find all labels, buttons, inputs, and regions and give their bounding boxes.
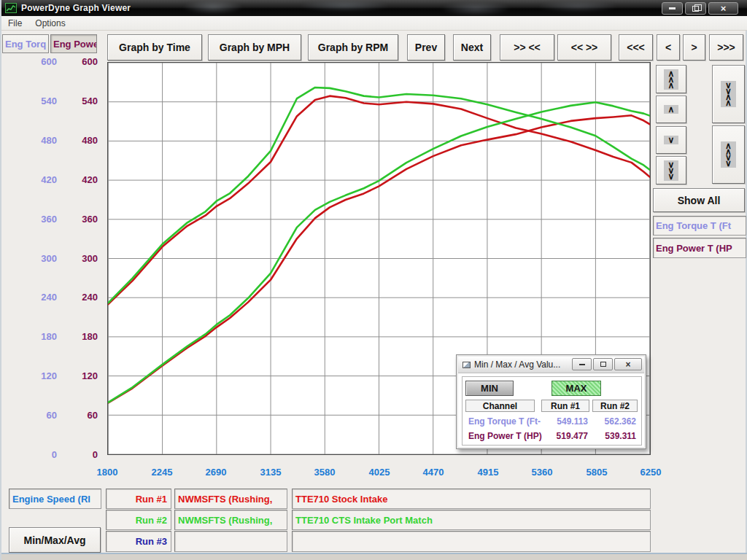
graph-by-mph-button[interactable]: Graph by MPH: [208, 34, 301, 61]
power-run2-max: 539.311: [592, 431, 636, 441]
torque-tick-60: 60: [16, 410, 57, 421]
zoom-in-button[interactable]: >> <<: [500, 34, 554, 61]
y-zoom-compress-button[interactable]: ∨∨∧∧: [712, 65, 745, 123]
run3-note-box: [292, 531, 651, 552]
window-bottom-edge: [1, 553, 747, 560]
show-all-button[interactable]: Show All: [653, 188, 745, 212]
minmax-avg-button[interactable]: Min/Max/Avg: [9, 527, 101, 553]
run1-label-box: Run #1: [106, 489, 171, 509]
title-bar[interactable]: PowerDyne Graph Viewer ×: [1, 0, 747, 16]
power-channel-box[interactable]: Eng Power T (HP: [653, 238, 746, 258]
rpm-tick-1800: 1800: [97, 467, 118, 478]
chevron-up-icon: ∧: [664, 105, 679, 114]
torque-tick-120: 120: [16, 370, 57, 381]
graph-by-rpm-button[interactable]: Graph by RPM: [308, 34, 398, 61]
power-axis-button[interactable]: Eng Powe: [50, 34, 97, 53]
run1-note-box: TTE710 Stock Intake: [292, 489, 651, 509]
app-icon: [5, 3, 17, 13]
min-toggle-button[interactable]: MIN: [465, 381, 514, 396]
chevrons-up-triple-icon: ∧∧∧: [664, 69, 679, 90]
rpm-tick-3580: 3580: [314, 467, 336, 478]
run2-file-box: NWMSFTS (Rushing,: [174, 510, 287, 530]
torque-channel-box[interactable]: Eng Torque T (Ft: [653, 216, 746, 236]
rpm-tick-6250: 6250: [640, 467, 662, 478]
power-tick-540: 540: [57, 96, 98, 106]
power-tick-0: 0: [57, 449, 98, 460]
x-channel-box[interactable]: Engine Speed (RI: [9, 489, 101, 509]
scroll-left-button[interactable]: <: [657, 34, 680, 61]
torque-tick-420: 420: [16, 174, 57, 185]
rpm-tick-2690: 2690: [206, 467, 227, 478]
torque-run1-max: 549.113: [544, 416, 588, 427]
power-tick-360: 360: [57, 214, 98, 225]
y-scroll-up-button[interactable]: ∧: [656, 96, 686, 123]
minmax-window-icon: [462, 362, 471, 368]
run2-note-box: TTE710 CTS Intake Port Match: [292, 510, 651, 530]
power-row-label: Eng Power T (HP): [468, 431, 542, 441]
minmax-restore-button[interactable]: [593, 358, 613, 370]
torque-tick-360: 360: [16, 214, 57, 225]
power-tick-240: 240: [57, 292, 98, 303]
torque-tick-300: 300: [16, 253, 57, 264]
minmax-title-bar[interactable]: Min / Max / Avg Valu... ×: [458, 357, 644, 373]
y-scroll-down-fast-button[interactable]: ∨∨∨: [656, 156, 686, 184]
menu-options[interactable]: Options: [28, 17, 71, 30]
chevrons-expand-icon: ∧∧∨∨: [721, 141, 736, 168]
power-tick-420: 420: [57, 174, 98, 185]
prev-button[interactable]: Prev: [407, 34, 445, 61]
max-toggle-button[interactable]: MAX: [551, 381, 601, 396]
close-button[interactable]: ×: [708, 2, 738, 15]
chevrons-compress-icon: ∨∨∧∧: [721, 81, 736, 107]
minimize-button[interactable]: [662, 2, 683, 15]
powerdyne-window: PowerDyne Graph Viewer × File Options En…: [0, 0, 747, 560]
y-scroll-down-button[interactable]: ∨: [656, 126, 686, 154]
minmax-window-title: Min / Max / Avg Valu...: [474, 359, 568, 370]
power-tick-300: 300: [57, 253, 98, 264]
power-tick-120: 120: [57, 370, 98, 381]
run1-column-header: Run #1: [541, 400, 589, 412]
y-scroll-up-fast-button[interactable]: ∧∧∧: [656, 65, 686, 93]
run2-column-header: Run #2: [592, 400, 638, 412]
menu-file[interactable]: File: [1, 17, 28, 30]
minmax-close-button[interactable]: ×: [614, 358, 642, 370]
aero-glass-reflection: [125, 0, 636, 16]
power-tick-480: 480: [57, 135, 98, 146]
rpm-tick-3135: 3135: [260, 467, 282, 478]
run3-label-box: Run #3: [106, 531, 171, 552]
close-icon: ×: [721, 4, 727, 13]
channel-column-header: Channel: [465, 400, 535, 412]
next-button[interactable]: Next: [453, 34, 491, 61]
rpm-tick-5360: 5360: [532, 467, 553, 478]
scroll-first-button[interactable]: <<<: [619, 34, 653, 61]
run3-file-box: [174, 531, 287, 552]
minmax-values-window: Min / Max / Avg Valu... × MIN MAX Channe…: [456, 354, 646, 449]
scroll-last-button[interactable]: >>>: [709, 34, 743, 61]
torque-tick-0: 0: [16, 449, 57, 460]
scroll-right-button[interactable]: >: [683, 34, 705, 61]
minimize-icon: [669, 7, 676, 9]
rpm-tick-5805: 5805: [587, 467, 608, 478]
power-tick-180: 180: [57, 331, 98, 342]
zoom-out-button[interactable]: << >>: [557, 34, 611, 61]
power-run1-max: 519.477: [544, 431, 588, 441]
minmax-minimize-button[interactable]: [572, 358, 592, 370]
rpm-tick-2245: 2245: [152, 467, 173, 478]
minimize-icon: [579, 364, 585, 365]
torque-tick-240: 240: [16, 292, 57, 303]
graph-by-time-button[interactable]: Graph by Time: [107, 34, 202, 61]
torque-axis-button[interactable]: Eng Torq: [2, 34, 49, 53]
power-tick-60: 60: [57, 410, 98, 421]
y-zoom-expand-button[interactable]: ∧∧∨∨: [712, 125, 745, 184]
restore-button[interactable]: [685, 2, 706, 15]
rpm-tick-4470: 4470: [423, 467, 444, 478]
run1-file-box: NWMSFTS (Rushing,: [174, 489, 287, 509]
restore-icon: [692, 6, 699, 12]
menu-bar: File Options: [1, 16, 747, 31]
rpm-tick-4025: 4025: [369, 467, 390, 478]
power-tick-600: 600: [57, 56, 98, 67]
restore-icon: [600, 362, 606, 367]
torque-row-label: Eng Torque T (Ft-: [468, 416, 541, 427]
torque-tick-540: 540: [16, 96, 57, 106]
chevron-down-icon: ∨: [664, 136, 679, 144]
torque-tick-480: 480: [16, 135, 57, 146]
